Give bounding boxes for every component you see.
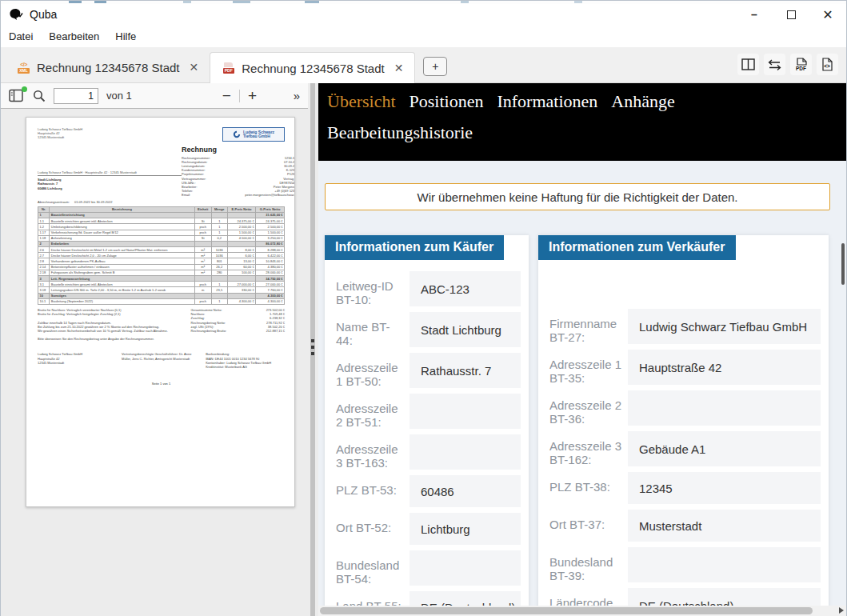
invoice-cell bbox=[227, 212, 255, 218]
field-label: Adresszeile 2 BT-51: bbox=[336, 394, 410, 429]
field-label: Adresszeile 1 BT-50: bbox=[336, 353, 410, 388]
nav-link-informationen[interactable]: Informationen bbox=[497, 91, 597, 112]
field-row: Bundesland BT-39: bbox=[549, 547, 821, 582]
splitter-drag-handle[interactable] bbox=[311, 339, 314, 355]
panel-body: Leitweg-ID BT-10:ABC-123Name BT-44:Stadt… bbox=[325, 260, 529, 606]
titlebar: Quba – ✕ bbox=[1, 4, 846, 25]
invoice-recipient: Stadt Lichtburg Rathausstr. 7 60486 Lich… bbox=[38, 178, 182, 190]
menu-bearbeiten[interactable]: Bearbeiten bbox=[49, 30, 99, 42]
vertical-scrollbar-thumb[interactable] bbox=[841, 243, 845, 285]
nav-link-übersicht[interactable]: Übersicht bbox=[327, 91, 396, 112]
invoice-cell: 1 bbox=[38, 212, 50, 218]
field-label: Adresszeile 1 BT-35: bbox=[549, 350, 628, 385]
invoice-cell: 1 bbox=[211, 218, 227, 224]
invoice-cell: Verkehrssicherung lfd. Dauer außer Regel… bbox=[50, 230, 194, 235]
export-pdf-button[interactable]: PDF bbox=[790, 54, 812, 75]
invoice-cell: Baustelle einrichten gesamt inkl. Abstec… bbox=[50, 282, 194, 287]
invoice-cell: Umleitungsbeschilderung bbox=[50, 224, 194, 230]
field-value: Ludwig Schwarz Tiefbau GmbH bbox=[628, 309, 821, 344]
search-icon[interactable] bbox=[33, 90, 46, 102]
main-area: von 1 − + » Ludwig Schwarz Tiefbau GmbH … bbox=[1, 83, 846, 616]
field-label: Leitweg-ID BT-10: bbox=[336, 271, 410, 306]
invoice-cell: 2.6 bbox=[38, 247, 50, 253]
tab-label: Rechnung 12345678 Stadt bbox=[37, 61, 179, 74]
invoice-cell: Erdarbeiten bbox=[50, 241, 194, 246]
logo-swirl-icon bbox=[233, 130, 241, 138]
menubar: Datei Bearbeiten Hilfe bbox=[1, 25, 846, 47]
view-source-button[interactable]: <> bbox=[817, 54, 838, 75]
invoice-cell: 8.288,00 € bbox=[256, 247, 285, 253]
invoice-cell: 3.18 bbox=[38, 287, 50, 293]
window-controls: – ✕ bbox=[736, 4, 846, 25]
invoice-cell: m² bbox=[194, 264, 211, 270]
close-button[interactable]: ✕ bbox=[809, 4, 846, 25]
sum-label: Rechnungsbetrag Brutto: bbox=[191, 329, 226, 333]
tab-pdf-rechnung[interactable]: PDF Rechnung 12345678 Stadt ✕ bbox=[210, 52, 415, 83]
pdf-canvas-area[interactable]: Ludwig Schwarz Tiefbau GmbH Hauptstraße … bbox=[1, 109, 308, 616]
invoice-cell: 3.1 bbox=[38, 282, 50, 287]
invoice-cell: 1.2 bbox=[38, 224, 50, 230]
field-label: PLZ BT-53: bbox=[336, 475, 410, 507]
invoice-sums: Gesamtsumme Netto:273.502,00 €Nachlass:1… bbox=[191, 308, 285, 342]
horizontal-scrollbar-thumb[interactable] bbox=[320, 607, 813, 614]
scroll-right-arrow[interactable] bbox=[839, 607, 844, 614]
invoice-footer-column: Bankverbindung: IBAN: DE44 1001 0010 123… bbox=[206, 352, 285, 369]
nav-row-1: ÜbersichtPositionenInformationenAnhänge bbox=[327, 91, 846, 112]
invoice-row: 10Sonstiges4.300,00 € bbox=[38, 293, 285, 298]
sidebar-badge bbox=[22, 86, 27, 92]
zoom-out-button[interactable]: − bbox=[214, 87, 239, 105]
invoice-col-header: Bezeichnung bbox=[50, 206, 194, 212]
field-row: Adresszeile 1 BT-50:Rathausstr. 7 bbox=[336, 353, 521, 388]
invoice-cell: Anheizleistung bbox=[50, 235, 194, 241]
new-tab-button[interactable]: + bbox=[423, 57, 447, 76]
toolbar-more-button[interactable]: » bbox=[294, 89, 298, 102]
invoice-cell: 10.843,00 € bbox=[256, 258, 285, 264]
invoice-cell: 23,5 bbox=[211, 287, 227, 293]
invoice-row: 3.1Baustelle einrichten gesamt inkl. Abs… bbox=[38, 282, 285, 287]
field-value: DE (Deutschland) bbox=[410, 591, 521, 606]
tab-close-icon[interactable]: ✕ bbox=[186, 61, 198, 74]
invoice-cell: 0,2 bbox=[211, 235, 227, 241]
invoice-cell: Sonstiges bbox=[50, 293, 194, 298]
panel-title: Informationen zum Käufer bbox=[325, 235, 504, 260]
zoom-in-button[interactable]: + bbox=[240, 87, 265, 105]
invoice-cell: 1036 bbox=[211, 253, 227, 258]
sidebar-toggle-button[interactable] bbox=[9, 89, 25, 103]
field-row: Ort BT-52:Lichtburg bbox=[336, 513, 521, 545]
invoice-row: 1.17Verkehrssicherung lfd. Dauer außer R… bbox=[38, 230, 285, 235]
invoice-cell bbox=[194, 276, 211, 282]
invoice-cell: 1 bbox=[211, 282, 227, 287]
invoice-footer: Ludwig Schwarz Tiefbau GmbH Hauptstraße … bbox=[38, 352, 285, 369]
nav-link-positionen[interactable]: Positionen bbox=[410, 91, 484, 112]
split-view-icon bbox=[741, 58, 755, 70]
compare-arrows-button[interactable] bbox=[764, 54, 785, 75]
tab-action-buttons: PDF <> bbox=[737, 54, 838, 75]
maximize-button[interactable] bbox=[773, 4, 809, 25]
field-row: Adresszeile 2 BT-36: bbox=[549, 390, 821, 426]
menu-hilfe[interactable]: Hilfe bbox=[115, 30, 136, 42]
invoice-cell: 1 bbox=[211, 224, 227, 230]
tab-xml-rechnung[interactable]: </> XML Rechnung 12345678 Stadt ✕ bbox=[6, 52, 210, 82]
pane-splitter[interactable] bbox=[308, 83, 318, 616]
nav-link-bearbeitungshistorie[interactable]: Bearbeitungshistorie bbox=[327, 122, 473, 143]
nav-link-anhänge[interactable]: Anhänge bbox=[611, 91, 674, 112]
invoice-cell: 1.1 bbox=[38, 218, 50, 224]
page-number-input[interactable] bbox=[54, 88, 98, 104]
field-value bbox=[628, 547, 821, 582]
split-view-button[interactable] bbox=[737, 54, 759, 75]
buyer-info-panel: Informationen zum KäuferLeitweg-ID BT-10… bbox=[325, 235, 529, 606]
invoice-cell: 24.375,00 € bbox=[256, 218, 285, 224]
invoice-cell: 1 bbox=[211, 230, 227, 235]
invoice-cell: 31.625,00 € bbox=[256, 212, 285, 218]
tab-close-icon[interactable]: ✕ bbox=[391, 62, 404, 74]
invoice-table-header: Nr.BezeichnungEinheitMengeE-Preis NettoG… bbox=[38, 206, 285, 212]
sliver-mark bbox=[461, 1, 469, 3]
vertical-scrollbar[interactable] bbox=[840, 161, 846, 606]
minimize-button[interactable]: – bbox=[736, 4, 773, 25]
field-row: PLZ BT-38:12345 bbox=[549, 472, 821, 504]
field-row: Name BT-44:Stadt Lichtburg bbox=[336, 312, 521, 347]
invoice-row: 1.18AnheizleistungSt0,24.500,00 €3.250,0… bbox=[38, 235, 285, 241]
invoice-cell: 2.500,00 € bbox=[256, 224, 285, 230]
horizontal-scrollbar[interactable] bbox=[318, 606, 846, 616]
menu-datei[interactable]: Datei bbox=[9, 30, 33, 42]
